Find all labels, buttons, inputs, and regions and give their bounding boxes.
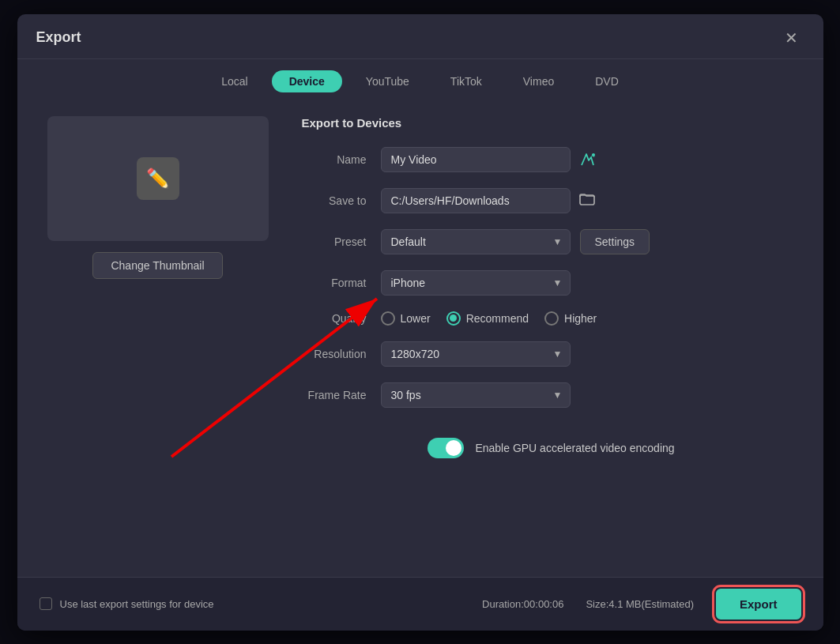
tab-tiktok[interactable]: TikTok (433, 70, 499, 92)
quality-label: Quality (302, 312, 381, 325)
export-button[interactable]: Export (716, 589, 801, 620)
tab-dvd[interactable]: DVD (578, 70, 636, 92)
tab-vimeo[interactable]: Vimeo (506, 70, 571, 92)
save-to-input[interactable] (381, 188, 571, 213)
section-title: Export to Devices (302, 116, 801, 130)
folder-icon (578, 190, 596, 207)
thumbnail-preview: ✏️ (47, 116, 269, 241)
quality-higher-radio[interactable] (544, 311, 559, 326)
preset-select[interactable]: Default (381, 229, 571, 254)
toggle-knob (446, 440, 461, 456)
change-thumbnail-button[interactable]: Change Thumbnail (92, 252, 222, 279)
export-dialog: Export ✕ Local Device YouTube TikTok Vim… (17, 14, 823, 631)
close-button[interactable]: ✕ (778, 27, 804, 49)
quality-lower-label: Lower (401, 312, 431, 325)
folder-icon-button[interactable] (578, 190, 596, 211)
dialog-overlay: Export ✕ Local Device YouTube TikTok Vim… (0, 0, 840, 644)
frame-rate-select[interactable]: 30 fps (381, 382, 571, 408)
frame-rate-row: Frame Rate 30 fps ▼ (302, 382, 801, 408)
gpu-row: Enable GPU accelerated video encoding (302, 438, 801, 458)
format-row: Format iPhone ▼ (302, 270, 801, 296)
duration-label: Duration:00:00:06 (482, 598, 563, 610)
quality-recommend-radio[interactable] (446, 311, 461, 326)
name-label: Name (302, 153, 381, 166)
quality-recommend-inner (450, 314, 457, 322)
frame-rate-select-wrap: 30 fps ▼ (381, 382, 571, 408)
dialog-header: Export ✕ (17, 14, 823, 59)
right-panel: Export to Devices Name AI Save (302, 116, 801, 561)
resolution-label: Resolution (302, 348, 381, 360)
save-to-label: Save to (302, 194, 381, 207)
frame-rate-label: Frame Rate (302, 389, 381, 401)
quality-higher-label: Higher (564, 312, 597, 325)
quality-higher-option[interactable]: Higher (544, 311, 597, 326)
tab-local[interactable]: Local (204, 70, 265, 92)
resolution-select[interactable]: 1280x720 (381, 341, 571, 367)
svg-text:AI: AI (591, 153, 595, 158)
last-export-checkbox[interactable] (40, 597, 52, 610)
gpu-toggle[interactable] (428, 438, 464, 458)
tabs-bar: Local Device YouTube TikTok Vimeo DVD (17, 59, 823, 100)
left-panel: ✏️ Change Thumbnail (40, 116, 277, 561)
size-label: Size:4.1 MB(Estimated) (586, 598, 694, 610)
ai-icon: AI (578, 151, 596, 168)
ai-icon-button[interactable]: AI (578, 151, 596, 168)
quality-recommend-option[interactable]: Recommend (446, 311, 529, 326)
footer-right: Duration:00:00:06 Size:4.1 MB(Estimated)… (482, 589, 800, 620)
resolution-row: Resolution 1280x720 ▼ (302, 341, 801, 367)
tab-device[interactable]: Device (272, 70, 342, 92)
gpu-label: Enable GPU accelerated video encoding (475, 442, 674, 454)
resolution-select-wrap: 1280x720 ▼ (381, 341, 571, 367)
quality-row: Quality Lower Recommend (302, 311, 801, 326)
preset-row: Preset Default ▼ Settings (302, 229, 801, 254)
name-row: Name AI (302, 147, 801, 172)
name-input[interactable] (381, 147, 571, 172)
tab-youtube[interactable]: YouTube (348, 70, 427, 92)
save-to-row: Save to (302, 188, 801, 213)
settings-button[interactable]: Settings (580, 229, 650, 254)
dialog-title: Export (36, 29, 81, 46)
format-label: Format (302, 277, 381, 289)
last-export-row: Use last export settings for device (40, 597, 214, 610)
last-export-label: Use last export settings for device (60, 598, 214, 610)
quality-recommend-label: Recommend (466, 312, 529, 325)
preset-label: Preset (302, 235, 381, 248)
dialog-body: ✏️ Change Thumbnail Export to Devices Na… (17, 100, 823, 577)
dialog-footer: Use last export settings for device Dura… (17, 577, 823, 631)
preset-select-wrap: Default ▼ (381, 229, 571, 254)
format-select-wrap: iPhone ▼ (381, 270, 571, 296)
quality-options: Lower Recommend Higher (381, 311, 597, 326)
format-select[interactable]: iPhone (381, 270, 571, 296)
thumbnail-edit-icon: ✏️ (137, 157, 179, 200)
quality-lower-radio[interactable] (381, 311, 395, 326)
quality-lower-option[interactable]: Lower (381, 311, 431, 326)
